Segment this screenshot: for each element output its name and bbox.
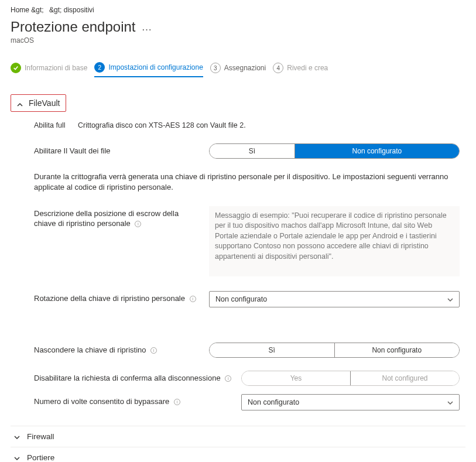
chevron-down-icon	[14, 433, 20, 439]
chevron-down-icon	[447, 399, 453, 405]
bypass-label: Numero di volte consentito di bypassare …	[34, 394, 233, 407]
section-title: Firewall	[27, 432, 54, 441]
section-toggle-firewall[interactable]: Firewall	[11, 426, 465, 447]
more-actions-button[interactable]: …	[142, 21, 152, 33]
wizard-step-label: Rivedi e crea	[287, 64, 328, 72]
section-toggle-gatekeeper[interactable]: Portiere	[11, 447, 465, 463]
disable-prompt-yes: Yes	[242, 371, 350, 385]
hide-key-not-configured[interactable]: Non configurato	[334, 343, 460, 357]
info-icon[interactable]: i	[190, 296, 196, 302]
bypass-dropdown[interactable]: Non configurato	[241, 394, 460, 410]
encryption-note: Durante la crittografia verrà generata u…	[34, 172, 460, 193]
rotation-label: Rotazione della chiave di ripristino per…	[34, 291, 201, 304]
step-number-icon: 4	[273, 63, 283, 73]
wizard-step-configuration[interactable]: 2 Impostazioni di configurazione	[94, 62, 203, 77]
hide-key-yes[interactable]: Sì	[210, 343, 334, 357]
page-title: Protezione endpoint	[11, 19, 136, 35]
breadcrumb-home[interactable]: Home &gt;	[11, 6, 44, 14]
chevron-down-icon	[14, 454, 20, 460]
disable-prompt-toggle: Yes Not configured	[241, 371, 460, 386]
wizard-step-assignments[interactable]: 3 Assegnazioni	[210, 63, 266, 77]
chevron-down-icon	[447, 296, 453, 302]
page-subtitle: macOS	[11, 36, 465, 45]
rotation-dropdown[interactable]: Non configurato	[209, 291, 460, 307]
wizard-step-label: Informazioni di base	[25, 64, 87, 72]
rotation-value: Non configurato	[215, 295, 267, 303]
wizard-step-label: Impostazioni di configurazione	[108, 63, 203, 71]
enable-filevault-label: Abilitare Il Vault dei file	[34, 143, 201, 156]
escrow-label: Descrizione della posizione di escrow de…	[34, 206, 201, 229]
bypass-value: Non configurato	[248, 398, 299, 406]
chevron-up-icon	[17, 100, 23, 106]
hide-key-label: Nascondere la chiave di ripristino i	[34, 343, 201, 355]
step-number-icon: 3	[210, 63, 221, 73]
enable-full-desc: Crittografia disco con XTS-AES 128 con V…	[78, 121, 246, 129]
disable-prompt-label: Disabilitare la richiesta di conferma al…	[34, 371, 233, 384]
escrow-description-input[interactable]	[209, 206, 460, 276]
enable-filevault-toggle[interactable]: Sì Non configurato	[209, 143, 460, 159]
section-toggle-filevault[interactable]: FileVault	[11, 94, 66, 112]
breadcrumb: Home &gt; &gt; dispositivi	[11, 6, 465, 14]
info-icon[interactable]: i	[225, 375, 231, 382]
wizard-step-label: Assegnazioni	[224, 64, 266, 72]
info-icon[interactable]: i	[135, 221, 141, 227]
wizard-steps: Informazioni di base 2 Impostazioni di c…	[11, 62, 465, 78]
info-icon[interactable]: i	[174, 399, 180, 405]
section-title: FileVault	[29, 98, 60, 108]
hide-key-toggle[interactable]: Sì Non configurato	[209, 343, 460, 358]
check-icon	[11, 63, 21, 73]
section-title: Portiere	[27, 453, 54, 462]
enable-full-label: Abilita full	[34, 121, 66, 129]
enable-filevault-yes[interactable]: Sì	[210, 144, 294, 158]
filevault-body: Abilita full Crittografia disco con XTS-…	[11, 112, 465, 410]
breadcrumb-devices[interactable]: &gt; dispositivi	[49, 6, 94, 14]
wizard-step-basics[interactable]: Informazioni di base	[11, 63, 87, 77]
wizard-step-review[interactable]: 4 Rivedi e crea	[273, 63, 328, 77]
disable-prompt-not-configured: Not configured	[350, 371, 459, 385]
enable-filevault-not-configured[interactable]: Non configurato	[294, 144, 459, 158]
step-number-icon: 2	[94, 62, 105, 73]
info-icon[interactable]: i	[150, 347, 157, 354]
